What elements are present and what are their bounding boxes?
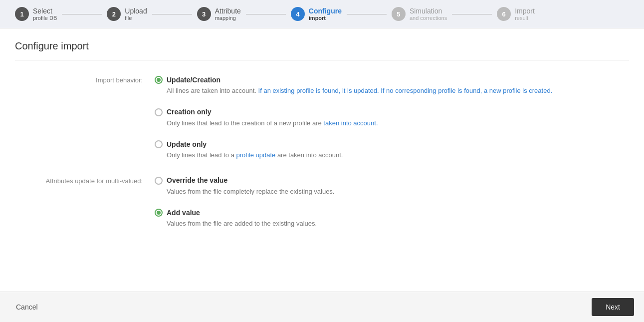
import-behavior-section: Import behavior: Update/Creation All lin… bbox=[15, 75, 629, 160]
step-5-sub: and corrections bbox=[410, 15, 447, 21]
radio-creation-only[interactable] bbox=[155, 108, 163, 116]
option-creation-only-title: Creation only bbox=[167, 108, 211, 116]
option-override-value-desc: Values from the file completely replace … bbox=[167, 187, 334, 197]
step-2-circle: 2 bbox=[107, 7, 121, 21]
option-update-creation-title: Update/Creation bbox=[167, 76, 220, 84]
step-2: 2 Upload file bbox=[107, 7, 147, 21]
step-1: 1 Select profile DB bbox=[15, 7, 57, 21]
step-5-name: Simulation bbox=[410, 7, 447, 15]
import-behavior-label: Import behavior: bbox=[15, 75, 155, 160]
step-3-name: Attribute bbox=[215, 7, 241, 15]
radio-add-value[interactable] bbox=[155, 209, 163, 217]
option-add-value: Add value Values from the file are added… bbox=[155, 208, 334, 229]
step-3-sub: mapping bbox=[215, 15, 241, 21]
radio-override-value[interactable] bbox=[155, 177, 163, 185]
step-5: 5 Simulation and corrections bbox=[392, 7, 447, 21]
multi-valued-options: Override the value Values from the file … bbox=[155, 176, 334, 229]
step-line-2 bbox=[152, 14, 192, 14]
multi-valued-label: Attributes update for multi-valued: bbox=[15, 176, 155, 229]
option-update-creation: Update/Creation All lines are taken into… bbox=[155, 75, 552, 96]
step-6-sub: result bbox=[515, 15, 535, 21]
step-2-name: Upload bbox=[125, 7, 147, 15]
option-add-value-desc: Values from the file are added to the ex… bbox=[167, 219, 334, 229]
radio-update-creation[interactable] bbox=[155, 76, 163, 84]
page-title: Configure import bbox=[15, 40, 629, 52]
option-update-creation-desc: All lines are taken into account. If an … bbox=[167, 86, 552, 96]
option-add-value-title: Add value bbox=[167, 209, 200, 217]
step-line-1 bbox=[62, 14, 102, 14]
step-6-name: Import bbox=[515, 7, 535, 15]
step-2-sub: file bbox=[125, 15, 147, 21]
import-behavior-options: Update/Creation All lines are taken into… bbox=[155, 75, 552, 160]
step-4: 4 Configure import bbox=[291, 7, 342, 21]
option-update-only-desc: Only lines that lead to a profile update… bbox=[167, 150, 552, 160]
option-update-only-title: Update only bbox=[167, 140, 207, 148]
step-4-name: Configure bbox=[309, 7, 342, 15]
step-6: 6 Import result bbox=[497, 7, 535, 21]
step-6-circle: 6 bbox=[497, 7, 511, 21]
step-1-name: Select bbox=[33, 7, 57, 15]
step-1-sub: profile DB bbox=[33, 15, 57, 21]
option-creation-only-desc: Only lines that lead to the creation of … bbox=[167, 118, 552, 128]
step-line-3 bbox=[246, 14, 286, 14]
step-4-sub: import bbox=[309, 15, 342, 21]
stepper: 1 Select profile DB 2 Upload file 3 Attr… bbox=[0, 0, 644, 28]
option-update-only: Update only Only lines that lead to a pr… bbox=[155, 140, 552, 160]
option-creation-only: Creation only Only lines that lead to th… bbox=[155, 108, 552, 128]
step-3-circle: 3 bbox=[197, 7, 211, 21]
radio-update-only[interactable] bbox=[155, 140, 163, 148]
step-3: 3 Attribute mapping bbox=[197, 7, 241, 21]
step-line-4 bbox=[347, 14, 387, 14]
main-content: Configure import Import behavior: Update… bbox=[0, 28, 644, 257]
step-4-circle: 4 bbox=[291, 7, 305, 21]
step-line-5 bbox=[452, 14, 492, 14]
step-1-circle: 1 bbox=[15, 7, 29, 21]
multi-valued-section: Attributes update for multi-valued: Over… bbox=[15, 176, 629, 229]
option-override-value-title: Override the value bbox=[167, 176, 227, 184]
step-5-circle: 5 bbox=[392, 7, 406, 21]
divider bbox=[15, 60, 629, 60]
option-override-value: Override the value Values from the file … bbox=[155, 176, 334, 197]
